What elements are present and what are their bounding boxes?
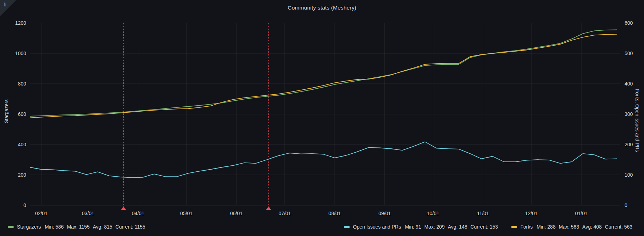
series-line-stargazers xyxy=(30,30,617,116)
legend: StargazersMin: 586Max: 1155Avg: 815Curre… xyxy=(0,222,644,233)
legend-series-name[interactable]: Stargazers xyxy=(17,224,41,230)
grafana-panel: i Community stats (Meshery) 020040060080… xyxy=(0,0,644,236)
legend-stat-current: Current: 563 xyxy=(605,224,632,230)
x-tick-label: 03/01 xyxy=(77,211,99,217)
annotation-marker-triangle-icon[interactable] xyxy=(266,206,271,210)
annotation-marker-triangle-icon[interactable] xyxy=(121,206,126,210)
legend-item-open-issues-and-prs[interactable]: Open Issues and PRsMin: 91Max: 209Avg: 1… xyxy=(344,222,498,231)
legend-stat-max: Max: 209 xyxy=(424,224,445,230)
x-tick-label: 12/01 xyxy=(520,211,543,217)
y-left-tick-label: 1200 xyxy=(0,20,26,26)
x-tick-label: 10/01 xyxy=(422,211,444,217)
legend-series-name[interactable]: Forks xyxy=(520,224,533,230)
x-tick-label: 02/01 xyxy=(30,211,53,217)
y-right-tick-label: 200 xyxy=(625,142,633,148)
legend-stat-min: Min: 586 xyxy=(45,224,64,230)
x-tick-label: 08/01 xyxy=(323,211,346,217)
x-tick-label: 05/01 xyxy=(175,211,198,217)
x-tick-label: 07/01 xyxy=(273,211,296,217)
y-left-tick-label: 200 xyxy=(0,172,26,178)
y-left-tick-label: 800 xyxy=(0,81,26,87)
x-tick-label: 04/01 xyxy=(127,211,149,217)
y-axis-left-title: Stargazers xyxy=(4,95,9,127)
legend-stat-max: Max: 563 xyxy=(559,224,579,230)
legend-swatch-icon xyxy=(344,226,350,228)
legend-item-forks[interactable]: ForksMin: 288Max: 563Avg: 408Current: 56… xyxy=(511,222,632,231)
y-left-tick-label: 400 xyxy=(0,142,26,148)
y-right-tick-label: 0 xyxy=(625,202,627,208)
legend-series-name[interactable]: Open Issues and PRs xyxy=(353,224,401,230)
legend-stat-current: Current: 153 xyxy=(471,224,498,230)
x-tick-label: 06/01 xyxy=(225,211,248,217)
y-left-tick-label: 1000 xyxy=(0,51,26,57)
y-right-tick-label: 300 xyxy=(625,111,633,117)
legend-stat-avg: Avg: 408 xyxy=(582,224,602,230)
legend-stat-avg: Avg: 148 xyxy=(448,224,467,230)
series-line-forks xyxy=(30,34,617,118)
y-right-tick-label: 100 xyxy=(625,172,633,178)
legend-swatch-icon xyxy=(511,226,517,228)
legend-stat-max: Max: 1155 xyxy=(67,224,89,230)
legend-swatch-icon xyxy=(8,226,14,228)
y-right-tick-label: 400 xyxy=(625,81,633,87)
legend-stat-min: Min: 91 xyxy=(405,224,421,230)
y-left-tick-label: 0 xyxy=(0,202,26,208)
x-tick-label: 01/01 xyxy=(570,211,592,217)
x-tick-label: 11/01 xyxy=(472,211,494,217)
legend-stat-min: Min: 288 xyxy=(537,224,556,230)
x-tick-label: 09/01 xyxy=(373,211,396,217)
legend-stat-avg: Avg: 815 xyxy=(93,224,112,230)
y-right-tick-label: 600 xyxy=(625,20,633,26)
legend-stat-current: Current: 1155 xyxy=(116,224,146,230)
series-line-open-issues-and-prs xyxy=(30,142,617,177)
plot-area[interactable] xyxy=(0,0,644,236)
y-axis-right-title: Forks, Open issues and PRs xyxy=(634,87,640,154)
y-right-tick-label: 500 xyxy=(625,51,633,57)
legend-item-stargazers[interactable]: StargazersMin: 586Max: 1155Avg: 815Curre… xyxy=(8,222,145,231)
